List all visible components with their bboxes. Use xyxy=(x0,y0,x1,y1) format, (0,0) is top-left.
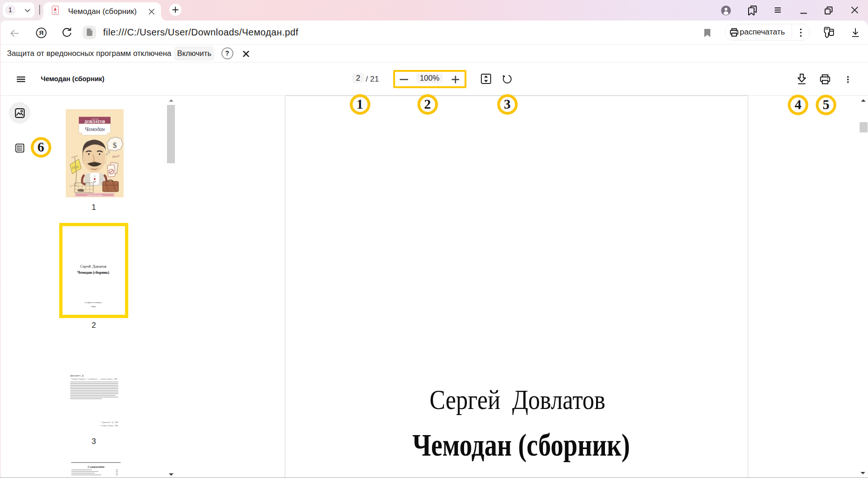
svg-text:PDF: PDF xyxy=(54,12,57,14)
svg-text:I: I xyxy=(94,175,95,178)
svg-text:Довлатов С. Д.: Довлатов С. Д. xyxy=(70,374,84,377)
svg-text:Содержание: Содержание xyxy=(88,465,104,468)
svg-text:Чемодан: Чемодан xyxy=(84,126,104,132)
svg-text:ДОВЛАТОВ: ДОВЛАТОВ xyxy=(84,120,105,124)
svg-text:АЗБУКА КЛАССИКА: АЗБУКА КЛАССИКА xyxy=(87,194,102,196)
svg-text:$: $ xyxy=(112,141,117,150)
svg-text:NY: NY xyxy=(93,181,96,183)
svg-text:Я: Я xyxy=(39,29,44,36)
